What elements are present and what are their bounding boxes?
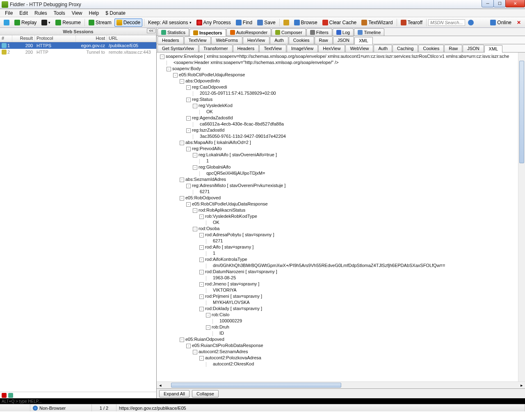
xml-node[interactable]: -rod:Doklady [ stav=spravny ] [158,306,523,312]
tab-statistics[interactable]: Statistics [158,28,189,36]
expand-toggle-icon[interactable]: - [199,294,204,299]
xml-node[interactable]: -reg:PrevodAifo [158,146,523,152]
xml-node[interactable]: -e05:RobCtiPodleUdajuResponse [158,72,523,78]
xml-node[interactable]: -reg:IszrZadostId [158,127,523,133]
menu-tools[interactable]: Tools [50,9,68,17]
expand-toggle-icon[interactable]: - [180,338,184,342]
xml-node[interactable]: -soapenv:Envelope [ xmlns:soapenv=http:/… [158,53,523,59]
subtab-textview[interactable]: TextView [184,37,211,44]
subtab-hexview[interactable]: HexView [243,37,269,44]
resume-button[interactable]: Resume [53,18,83,27]
screenshot-button[interactable] [281,18,291,27]
any-process-button[interactable]: Any Process [194,18,233,27]
tab-inspectors[interactable]: Inspectors [189,29,226,36]
expand-toggle-icon[interactable]: - [180,79,184,84]
xml-node[interactable]: 100000229 [158,318,523,324]
xml-node[interactable]: 6271 [158,238,523,244]
xml-node[interactable]: -rod:RobAplikacniStatus [158,207,523,213]
quickexec-bar[interactable]: ALT+Q > type HELP... [0,398,525,404]
decode-button[interactable]: Decode [114,18,142,27]
expand-toggle-icon[interactable]: - [186,85,191,90]
xml-node[interactable]: ca66012a-4ecb-430e-8cac-8bd527dfa88a [158,121,523,127]
xml-node[interactable]: dm/0GhKhQh3BMrBQGWtGpmXwX+/PI9h5Ars9Vh55… [158,262,523,269]
subtab-auth[interactable]: Auth [270,37,288,44]
remove-button[interactable]: ▾ [39,18,52,27]
expand-all-button[interactable]: Expand All [159,390,189,397]
maximize-button[interactable]: ☐ [493,0,506,7]
expand-toggle-icon[interactable]: - [193,227,197,231]
tearoff-button[interactable]: Tearoff [399,18,425,27]
subtab-headers[interactable]: Headers [158,37,184,44]
collapse-sessions-button[interactable]: << [147,28,155,33]
expand-toggle-icon[interactable]: - [206,325,210,330]
xml-node[interactable]: -rod:DatumNarozeni [ stav=spravny ] [158,269,523,275]
xml-node[interactable]: 1 [158,250,523,256]
minimize-button[interactable]: ─ [482,0,494,7]
xml-node[interactable]: -rob:VysledekRobKodType [158,213,523,219]
xml-node[interactable]: -rob:Druh [158,324,523,330]
comment-button[interactable] [2,18,11,27]
xml-node[interactable]: -reg:VysledekKod [158,103,523,109]
expand-toggle-icon[interactable]: - [199,282,204,287]
subtab-imageview[interactable]: ImageView [287,45,318,52]
filter-icon[interactable] [8,393,13,398]
menu-donate[interactable]: $ Donate [102,9,129,17]
subtab-headers[interactable]: Headers [233,45,259,52]
expand-toggle-icon[interactable]: - [206,313,210,317]
xml-node[interactable]: -e05:RobOdpoved [158,195,523,201]
subtab-xml[interactable]: XML [484,45,503,52]
sessions-grid[interactable]: 1200HTTPSegon.gov.cz/publikace/E052200HT… [0,42,156,392]
msdn-search-input[interactable] [428,19,465,26]
subtab-xml[interactable]: XML [354,37,373,44]
expand-toggle-icon[interactable]: - [199,245,204,250]
xml-node[interactable]: 3ac35050-9761-11b2-9427-0901d7e42204 [158,133,523,139]
xml-node[interactable]: -rod:Aifo [ stav=spravny ] [158,244,523,250]
find-button[interactable]: Find [234,18,254,27]
online-indicator[interactable]: Online [488,18,514,27]
menu-view[interactable]: View [68,9,86,17]
subtab-transformer[interactable]: Transformer [199,45,233,52]
expand-toggle-icon[interactable]: - [186,98,191,102]
expand-toggle-icon[interactable]: - [193,350,197,354]
menu-file[interactable]: File [2,9,16,17]
xml-node[interactable]: VIKTORIYA [158,287,523,293]
subtab-json[interactable]: JSON [463,45,484,52]
expand-toggle-icon[interactable]: - [199,356,204,361]
xml-node[interactable]: -abs:MapaAifo [ lokalniAifoOd=2 ] [158,139,523,146]
expand-toggle-icon[interactable]: - [173,73,178,78]
capturing-off-icon[interactable] [2,393,7,398]
close-toolbar-button[interactable]: ✕ [514,20,523,25]
subtab-webforms[interactable]: WebForms [211,37,242,44]
expand-toggle-icon[interactable]: - [180,196,184,201]
tab-filters[interactable]: Filters [306,28,332,36]
expand-toggle-icon[interactable]: - [193,165,197,170]
vertical-scrollbar[interactable] [518,52,525,381]
subtab-hexview[interactable]: HexView [318,45,345,52]
xml-node[interactable]: 1 [158,158,523,164]
xml-node[interactable]: -rod:Prijmeni [ stav=spravny ] [158,293,523,299]
xml-node[interactable]: qpcQR5eiXHl6jAUlpoTDjxM= [158,170,523,176]
tab-timeline[interactable]: Timeline [354,28,384,36]
xml-node[interactable]: -rod:AdresaPobytu [ stav=spravny ] [158,232,523,238]
expand-toggle-icon[interactable]: - [199,258,204,262]
xml-node[interactable]: -e05:RuianOdpoved [158,336,523,342]
subtab-textview[interactable]: TextView [259,45,286,52]
tab-autoresponder[interactable]: AutoResponder [226,28,271,36]
xml-tree-view[interactable]: -soapenv:Envelope [ xmlns:soapenv=http:/… [157,52,525,381]
process-filter[interactable]: Non-Browser [39,406,66,411]
tab-log[interactable]: Log [333,28,354,36]
xml-node[interactable]: 6271 [158,189,523,195]
subtab-cookies[interactable]: Cookies [418,45,444,52]
browse-button[interactable]: Browse [292,18,320,27]
subtab-raw[interactable]: Raw [444,45,462,52]
menu-edit[interactable]: Edit [16,9,31,17]
expand-toggle-icon[interactable]: - [186,128,191,133]
xml-node[interactable]: -soapenv:Body [158,66,523,72]
xml-node[interactable]: -autocont2:PolozkovaAdresa [158,355,523,361]
session-row[interactable]: 1200HTTPSegon.gov.cz/publikace/E05 [0,42,156,49]
xml-node[interactable]: -reg:Status [158,96,523,103]
xml-node[interactable]: -reg:CasOdpovedi [158,84,523,90]
expand-toggle-icon[interactable]: - [193,104,197,108]
collapse-button[interactable]: Collapse [192,390,219,397]
xml-node[interactable]: -rod:Osoba [158,226,523,232]
